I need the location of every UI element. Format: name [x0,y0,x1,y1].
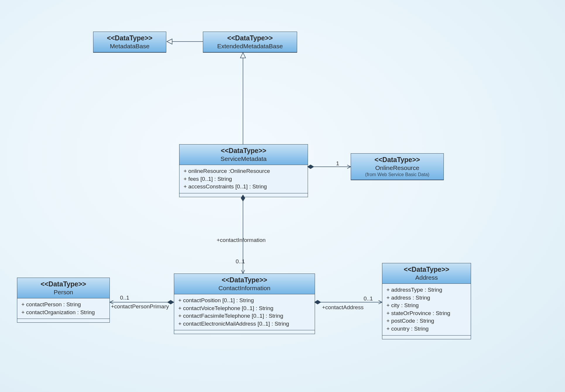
stereotype: <<DataType>> [183,147,304,155]
attr: + fees [0..1] : String [184,175,304,183]
class-attributes: + contactPosition [0..1] : String + cont… [174,294,315,330]
stereotype: <<DataType>> [21,280,106,288]
class-contact-information: <<DataType>> ContactInformation + contac… [174,274,315,334]
attr: + contactOrganization : String [21,309,105,317]
label-online-resource-mult: 1 [336,160,339,167]
class-extended-metadata-base: <<DataType>> ExtendedMetadataBase [203,32,297,53]
class-name: Address [386,274,467,281]
label-contact-information-mult: 0..1 [236,258,245,265]
class-name: OnlineResource [355,164,440,171]
attr: + city : String [386,302,467,310]
stereotype: <<DataType>> [207,34,293,42]
attr: + accessConstraints [0..1] : String [184,183,304,191]
label-contact-information-role: +contactInformation [217,237,266,243]
label-contact-person-primary: +contactPersonPrimary [111,303,169,310]
class-attributes: + onlineResource :OnlineResource + fees … [179,165,308,193]
stereotype: <<DataType>> [97,34,162,42]
class-subnote: (from Web Service Basic Data) [355,172,440,177]
attr: + addressType : String [386,286,467,294]
attr: + contactVoiceTelephone [0..1] : String [178,305,311,312]
attr: + contactFacsimileTelephone [0..1] : Str… [178,312,311,320]
label-person-mult: 0..1 [120,295,129,301]
class-attributes: + contactPerson : String + contactOrgani… [17,298,109,319]
label-contact-address: +contactAddress [322,304,364,311]
attr: + contactPosition [0..1] : String [178,297,311,305]
attr: + onlineResource :OnlineResource [184,167,304,175]
class-name: MetadataBase [97,43,162,50]
class-name: ExtendedMetadataBase [207,43,293,50]
attr: + country : String [386,325,467,333]
class-metadata-base: <<DataType>> MetadataBase [93,32,166,53]
attr: + address : String [386,294,467,302]
class-operations [17,319,109,322]
attr: + contactPerson : String [21,301,105,309]
class-service-metadata: <<DataType>> ServiceMetadata + onlineRes… [179,144,308,197]
attr: + postCode : String [386,317,467,325]
attr: + contactElectronicMailAddress [0..1] : … [178,320,311,328]
class-address: <<DataType>> Address + addressType : Str… [382,263,471,339]
uml-diagram-canvas: <<DataType>> MetadataBase <<DataType>> E… [0,0,565,392]
class-name: Person [21,289,106,296]
class-person: <<DataType>> Person + contactPerson : St… [17,278,110,323]
class-online-resource: <<DataType>> OnlineResource (from Web Se… [351,153,444,180]
class-operations [382,336,471,339]
class-attributes: + addressType : String + address : Strin… [382,284,471,336]
class-operations [179,193,308,197]
class-name: ContactInformation [178,285,311,292]
label-address-mult: 0..1 [364,295,373,302]
class-operations [174,330,315,334]
stereotype: <<DataType>> [178,276,311,284]
stereotype: <<DataType>> [386,266,467,274]
stereotype: <<DataType>> [355,156,440,164]
class-name: ServiceMetadata [183,155,304,162]
attr: + stateOrProvince : String [386,310,467,317]
